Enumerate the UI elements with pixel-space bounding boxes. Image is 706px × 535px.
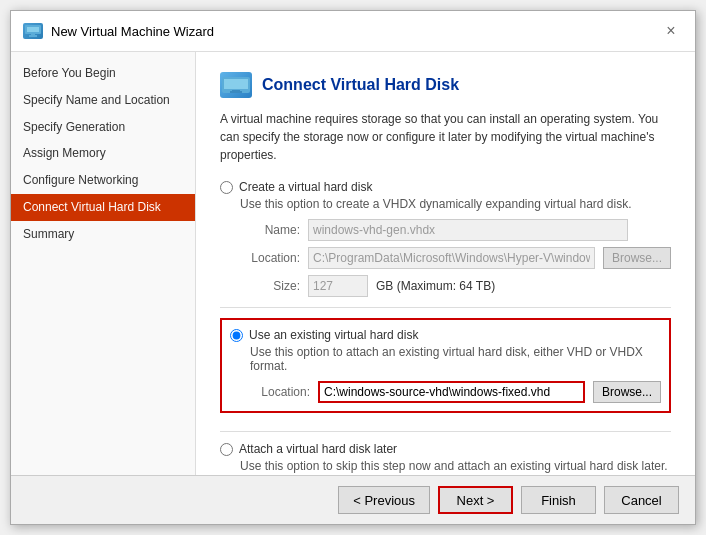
cancel-button[interactable]: Cancel [604, 486, 679, 514]
sidebar-item-5[interactable]: Connect Virtual Hard Disk [11, 194, 195, 221]
wizard-icon [23, 23, 43, 39]
location-input[interactable] [308, 247, 595, 269]
size-field-row: Size: GB (Maximum: 64 TB) [240, 275, 671, 297]
size-label: Size: [240, 279, 300, 293]
section-icon [220, 72, 252, 98]
option3-desc: Use this option to skip this step now an… [240, 459, 671, 473]
sidebar-item-0[interactable]: Before You Begin [11, 60, 195, 87]
divider1 [220, 307, 671, 308]
option2-radio[interactable] [230, 329, 243, 342]
svg-rect-3 [31, 34, 35, 35]
option2-highlight: Use an existing virtual hard disk Use th… [220, 318, 671, 413]
size-suffix: GB (Maximum: 64 TB) [376, 279, 495, 293]
existing-location-input[interactable] [318, 381, 585, 403]
content-area: Before You BeginSpecify Name and Locatio… [11, 52, 695, 475]
existing-location-row: Location: Browse... [250, 381, 661, 403]
name-label: Name: [240, 223, 300, 237]
option1-fields: Name: Location: Browse... Size: GB (Maxi… [240, 219, 671, 297]
existing-location-label: Location: [250, 385, 310, 399]
size-input[interactable] [308, 275, 368, 297]
option3-radio[interactable] [220, 443, 233, 456]
main-description: A virtual machine requires storage so th… [220, 110, 671, 164]
option2-label[interactable]: Use an existing virtual hard disk [230, 328, 661, 342]
svg-rect-7 [232, 90, 240, 91]
main-content: Connect Virtual Hard Disk A virtual mach… [196, 52, 695, 475]
sidebar-item-6[interactable]: Summary [11, 221, 195, 248]
location-field-row: Location: Browse... [240, 247, 671, 269]
footer: < Previous Next > Finish Cancel [11, 475, 695, 524]
svg-rect-6 [230, 91, 242, 93]
section-title: Connect Virtual Hard Disk [262, 76, 459, 94]
existing-browse-button[interactable]: Browse... [593, 381, 661, 403]
option1-radio[interactable] [220, 181, 233, 194]
sidebar: Before You BeginSpecify Name and Locatio… [11, 52, 196, 475]
sidebar-item-2[interactable]: Specify Generation [11, 114, 195, 141]
dialog-title: New Virtual Machine Wizard [51, 24, 214, 39]
option1-desc: Use this option to create a VHDX dynamic… [240, 197, 671, 211]
option2-desc: Use this option to attach an existing vi… [250, 345, 661, 373]
svg-rect-5 [224, 79, 248, 89]
svg-rect-1 [27, 27, 39, 32]
name-input[interactable] [308, 219, 628, 241]
title-bar: New Virtual Machine Wizard × [11, 11, 695, 52]
option1-section: Create a virtual hard disk Use this opti… [220, 180, 671, 297]
location-browse-button[interactable]: Browse... [603, 247, 671, 269]
divider2 [220, 431, 671, 432]
option3-label[interactable]: Attach a virtual hard disk later [220, 442, 671, 456]
option2-fields: Location: Browse... [250, 381, 661, 403]
finish-button[interactable]: Finish [521, 486, 596, 514]
sidebar-item-3[interactable]: Assign Memory [11, 140, 195, 167]
section-title-area: Connect Virtual Hard Disk [220, 72, 671, 98]
option2-section: Use an existing virtual hard disk Use th… [230, 328, 661, 403]
svg-rect-2 [29, 35, 37, 37]
option3-section: Attach a virtual hard disk later Use thi… [220, 442, 671, 473]
title-bar-left: New Virtual Machine Wizard [23, 23, 214, 39]
sidebar-item-1[interactable]: Specify Name and Location [11, 87, 195, 114]
sidebar-item-4[interactable]: Configure Networking [11, 167, 195, 194]
location-label: Location: [240, 251, 300, 265]
dialog: New Virtual Machine Wizard × Before You … [10, 10, 696, 525]
next-button[interactable]: Next > [438, 486, 513, 514]
previous-button[interactable]: < Previous [338, 486, 430, 514]
close-button[interactable]: × [659, 19, 683, 43]
option1-label[interactable]: Create a virtual hard disk [220, 180, 671, 194]
name-field-row: Name: [240, 219, 671, 241]
